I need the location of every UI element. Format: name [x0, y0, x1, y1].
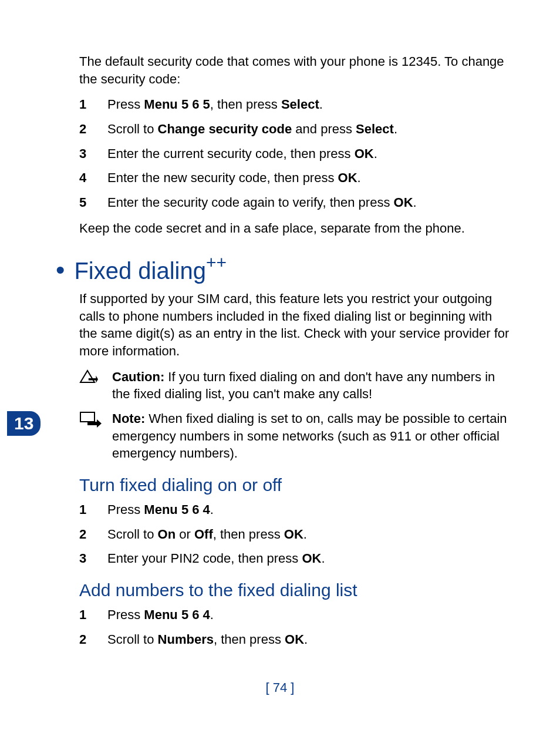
caution-icon: [79, 368, 112, 403]
step-number: 2: [79, 526, 107, 543]
section-heading-row: • Fixed dialing++: [56, 255, 513, 284]
add-numbers-steps: 1Press Menu 5 6 4.2Scroll to Numbers, th…: [79, 606, 513, 648]
step-number: 3: [79, 145, 107, 163]
fixed-dialing-paragraph: If supported by your SIM card, this feat…: [79, 290, 513, 360]
step-text: Scroll to On or Off, then press OK.: [107, 526, 513, 543]
step-text: Enter the security code again to verify,…: [107, 194, 513, 211]
step-item: 2Scroll to Numbers, then press OK.: [79, 631, 513, 648]
step-text: Press Menu 5 6 4.: [107, 606, 513, 624]
security-code-steps: 1Press Menu 5 6 5, then press Select.2Sc…: [79, 96, 513, 211]
caution-text: Caution: If you turn fixed dialing on an…: [112, 368, 513, 403]
subsection-heading-add-numbers: Add numbers to the fixed dialing list: [79, 580, 513, 600]
step-number: 2: [79, 631, 107, 648]
step-item: 1Press Menu 5 6 4.: [79, 606, 513, 624]
step-text: Scroll to Numbers, then press OK.: [107, 631, 513, 648]
step-number: 5: [79, 194, 107, 211]
step-item: 1Press Menu 5 6 5, then press Select.: [79, 96, 513, 113]
step-item: 3Enter the current security code, then p…: [79, 145, 513, 163]
svg-marker-0: [80, 371, 95, 382]
step-text: Enter your PIN2 code, then press OK.: [107, 550, 513, 567]
page-content: The default security code that comes wit…: [0, 0, 560, 680]
note-block: Note: When fixed dialing is set to on, c…: [79, 410, 513, 462]
bullet-icon: •: [56, 257, 65, 283]
svg-rect-2: [80, 412, 95, 422]
section-heading: Fixed dialing++: [74, 255, 227, 284]
note-text: Note: When fixed dialing is set to on, c…: [112, 410, 513, 462]
step-item: 5Enter the security code again to verify…: [79, 194, 513, 211]
step-item: 3Enter your PIN2 code, then press OK.: [79, 550, 513, 567]
step-number: 1: [79, 96, 107, 113]
step-item: 4Enter the new security code, then press…: [79, 169, 513, 187]
step-text: Press Menu 5 6 4.: [107, 501, 513, 519]
heading-suffix: ++: [206, 253, 227, 272]
intro-paragraph: The default security code that comes wit…: [79, 53, 513, 88]
note-icon: [79, 410, 112, 462]
step-number: 2: [79, 120, 107, 138]
step-text: Enter the current security code, then pr…: [107, 145, 513, 163]
step-number: 1: [79, 606, 107, 624]
step-text: Enter the new security code, then press …: [107, 169, 513, 187]
step-number: 1: [79, 501, 107, 519]
turn-on-off-steps: 1Press Menu 5 6 4.2Scroll to On or Off, …: [79, 501, 513, 567]
subsection-heading-turn-on-off: Turn fixed dialing on or off: [79, 475, 513, 495]
keep-secret-paragraph: Keep the code secret and in a safe place…: [79, 220, 513, 237]
step-number: 3: [79, 550, 107, 567]
step-number: 4: [79, 169, 107, 187]
step-text: Scroll to Change security code and press…: [107, 120, 513, 138]
step-text: Press Menu 5 6 5, then press Select.: [107, 96, 513, 113]
caution-block: Caution: If you turn fixed dialing on an…: [79, 368, 513, 403]
step-item: 2Scroll to On or Off, then press OK.: [79, 526, 513, 543]
step-item: 2Scroll to Change security code and pres…: [79, 120, 513, 138]
page-number: [ 74 ]: [0, 680, 560, 695]
step-item: 1Press Menu 5 6 4.: [79, 501, 513, 519]
